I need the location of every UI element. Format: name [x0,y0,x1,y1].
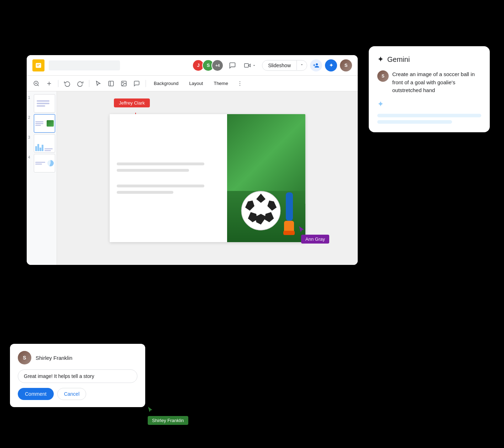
user-avatar-button[interactable]: S [340,59,352,71]
slide-text-line-2 [117,169,189,172]
avatar-stack: J S +4 [192,59,224,71]
layout-button[interactable]: Layout [185,79,207,88]
shirley-cursor-icon [148,406,188,415]
slide-thumb-2[interactable]: 2 [28,114,55,133]
slide-preview-1[interactable] [34,94,55,113]
toolbar-divider-2 [89,80,89,87]
comment-submit-button[interactable]: Comment [18,388,54,400]
gemini-loading-bar-2 [377,120,452,124]
avatar-count[interactable]: +4 [211,59,224,71]
slideshow-main-button[interactable]: Slideshow [262,60,296,70]
comment-avatar: S [18,351,31,364]
gemini-star-icon: ✦ [377,55,384,64]
select-icon[interactable] [93,78,104,89]
svg-point-16 [240,85,240,86]
top-bar-right: J S +4 [192,59,352,71]
background-button[interactable]: Background [149,79,183,88]
redo-icon[interactable] [75,78,85,89]
slide-text-content [110,114,227,242]
theme-button[interactable]: Theme [209,79,232,88]
comment-buttons: Comment Cancel [18,388,137,400]
svg-rect-4 [245,63,248,67]
slide-img-preview [47,120,54,127]
svg-point-15 [240,83,240,84]
comment-cancel-button[interactable]: Cancel [57,388,86,400]
top-bar: J S +4 [27,55,358,76]
slide-text-line-4 [117,191,174,194]
slide-thumb-4[interactable]: 4 [28,154,55,172]
jeffrey-clark-label: Jeffrey Clark [114,98,150,107]
toolbar-divider-3 [146,80,146,87]
slide-thumb-3[interactable]: 3 [28,134,55,153]
content-area: 1 2 [27,91,358,265]
title-spacer [49,60,120,70]
gemini-button[interactable]: ✦ [325,59,337,71]
toolbar: Background Layout Theme [27,76,358,91]
soccer-image [227,114,305,242]
app-logo [32,59,44,71]
svg-rect-25 [286,192,293,221]
slide-main [110,114,305,242]
add-person-button[interactable] [310,59,322,71]
soccer-ball-svg [238,185,284,231]
gemini-panel: ✦ Gemini S Create an image of a soccer b… [369,46,490,132]
gemini-title: Gemini [387,55,410,64]
comment-icon[interactable] [131,78,142,89]
svg-rect-10 [109,81,114,86]
slides-window: J S +4 [27,55,358,265]
toolbar-divider-1 [58,80,58,87]
slideshow-dropdown-button[interactable] [296,60,307,70]
gemini-user-row: S Create an image of a soccer ball in fr… [377,70,481,95]
svg-rect-1 [37,64,40,65]
slideshow-button-group: Slideshow [262,60,307,71]
slide-image-container [227,114,305,242]
video-button[interactable] [241,60,259,71]
ann-gray-cursor-area: Ann Gray [298,225,329,244]
gemini-header: ✦ Gemini [377,55,481,64]
slide-preview-4[interactable] [34,154,55,172]
slide-text-line-1 [117,162,205,165]
slide-text-line-3 [117,185,205,187]
zoom-icon[interactable] [31,78,42,89]
comment-input[interactable] [18,369,137,383]
slide-preview-3[interactable] [34,134,55,153]
shirley-cursor-area: Shirley Franklin [148,406,188,425]
add-icon[interactable] [44,78,54,89]
undo-icon[interactable] [62,78,73,89]
svg-marker-3 [248,64,250,67]
svg-point-13 [122,82,123,83]
comment-popup: S Shirley Franklin Comment Cancel [10,344,145,407]
comment-username: Shirley Franklin [36,355,72,361]
slide-thumb-1[interactable]: 1 [28,94,55,113]
slide-preview-2[interactable] [34,114,55,133]
comment-user-row: S Shirley Franklin [18,351,137,364]
gemini-user-avatar: S [377,70,389,82]
ann-cursor-icon [298,225,305,233]
gemini-loading-bar-1 [377,114,481,117]
gemini-prompt-text: Create an image of a soccer ball in fron… [392,70,481,95]
gemini-loading-icon: ✦ [377,100,481,109]
text-box-icon[interactable] [106,78,116,89]
ann-gray-label: Ann Gray [301,235,329,244]
gemini-loading: ✦ [377,100,481,124]
slide-canvas: Jeffrey Clark [57,91,358,265]
svg-rect-2 [37,65,39,66]
shirley-cursor-label: Shirley Franklin [148,416,188,425]
svg-rect-27 [283,231,295,235]
image-icon[interactable] [119,78,129,89]
more-options-icon[interactable] [235,78,245,89]
svg-point-14 [240,81,240,82]
chat-button[interactable] [226,59,238,71]
slide-panel: 1 2 [27,91,57,265]
